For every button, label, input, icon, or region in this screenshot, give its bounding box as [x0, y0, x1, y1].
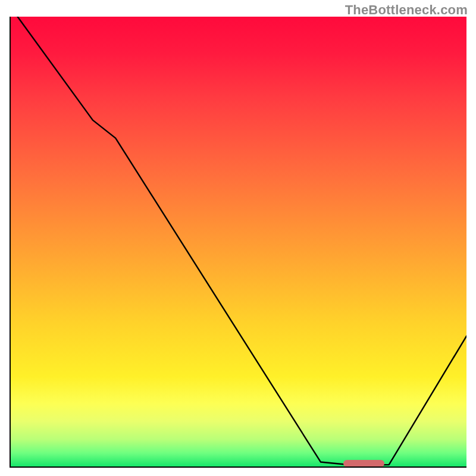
chart-container: TheBottleneck.com	[0, 0, 476, 476]
plot-area	[10, 17, 466, 468]
bottleneck-curve	[11, 17, 466, 466]
watermark-text: TheBottleneck.com	[345, 2, 468, 18]
optimal-marker	[343, 460, 384, 467]
